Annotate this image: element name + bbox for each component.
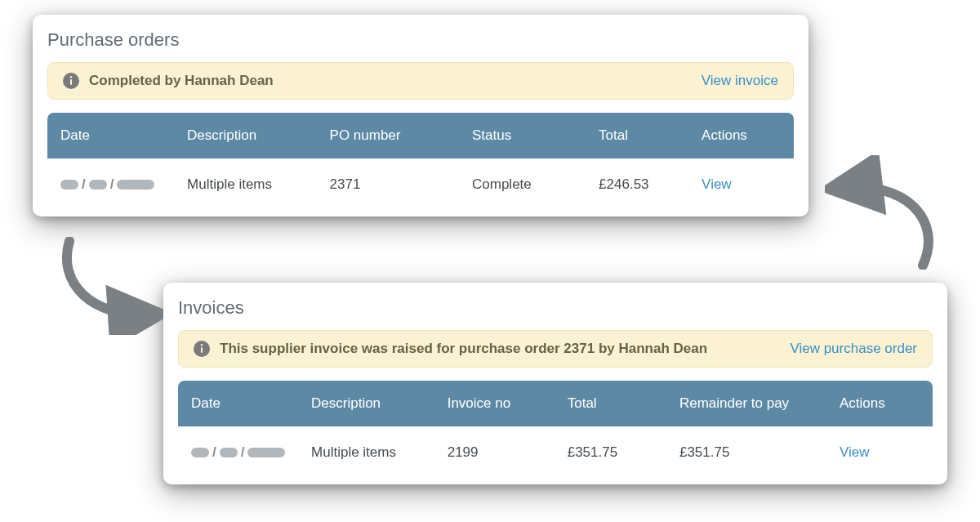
arrow-up-left-icon — [825, 155, 947, 270]
alert-text: Completed by Hannah Dean — [89, 73, 692, 89]
col-po-number: PO number — [330, 127, 472, 144]
col-remainder: Remainder to pay — [679, 395, 840, 412]
svg-point-5 — [201, 344, 203, 346]
view-purchase-order-link[interactable]: View purchase order — [790, 341, 917, 357]
purchase-orders-title: Purchase orders — [47, 29, 794, 51]
cell-po-number: 2371 — [330, 176, 472, 194]
cell-date: // — [60, 176, 187, 194]
redacted-date: // — [191, 444, 285, 461]
cell-total: £351.75 — [568, 444, 679, 462]
col-total: Total — [599, 127, 702, 144]
col-actions: Actions — [840, 395, 920, 412]
cell-total: £246.53 — [599, 176, 702, 194]
info-icon — [63, 73, 79, 89]
table-row: // Multiple items 2371 Complete £246.53 … — [47, 158, 794, 199]
col-description: Description — [187, 127, 329, 144]
cell-status: Complete — [472, 176, 599, 194]
purchase-orders-card: Purchase orders Completed by Hannah Dean… — [33, 15, 808, 216]
invoices-card: Invoices This supplier invoice was raise… — [163, 283, 947, 484]
cell-remainder: £351.75 — [679, 444, 840, 462]
invoices-table-header: Date Description Invoice no Total Remain… — [178, 381, 933, 426]
col-date: Date — [191, 395, 311, 412]
cell-description: Multiple items — [187, 176, 329, 194]
col-description: Description — [311, 395, 448, 412]
alert-text: This supplier invoice was raised for pur… — [220, 341, 780, 357]
svg-rect-4 — [201, 347, 203, 353]
view-link[interactable]: View — [702, 176, 781, 194]
table-row: // Multiple items 2199 £351.75 £351.75 V… — [178, 426, 933, 466]
invoices-alert: This supplier invoice was raised for pur… — [178, 330, 933, 368]
info-icon — [194, 341, 210, 357]
col-invoice-no: Invoice no — [448, 395, 568, 412]
col-total: Total — [568, 395, 679, 412]
view-invoice-link[interactable]: View invoice — [702, 73, 778, 89]
invoices-title: Invoices — [178, 297, 933, 319]
svg-rect-1 — [70, 79, 72, 85]
cell-invoice-no: 2199 — [448, 444, 568, 462]
col-status: Status — [472, 127, 599, 144]
svg-point-2 — [70, 76, 73, 78]
col-date: Date — [60, 127, 187, 144]
arrow-down-right-icon — [49, 237, 163, 335]
redacted-date: // — [60, 176, 154, 193]
view-link[interactable]: View — [840, 444, 920, 462]
purchase-orders-table-header: Date Description PO number Status Total … — [47, 113, 794, 158]
cell-date: // — [191, 444, 311, 462]
col-actions: Actions — [702, 127, 781, 144]
purchase-orders-alert: Completed by Hannah Dean View invoice — [47, 62, 794, 100]
cell-description: Multiple items — [311, 444, 448, 462]
